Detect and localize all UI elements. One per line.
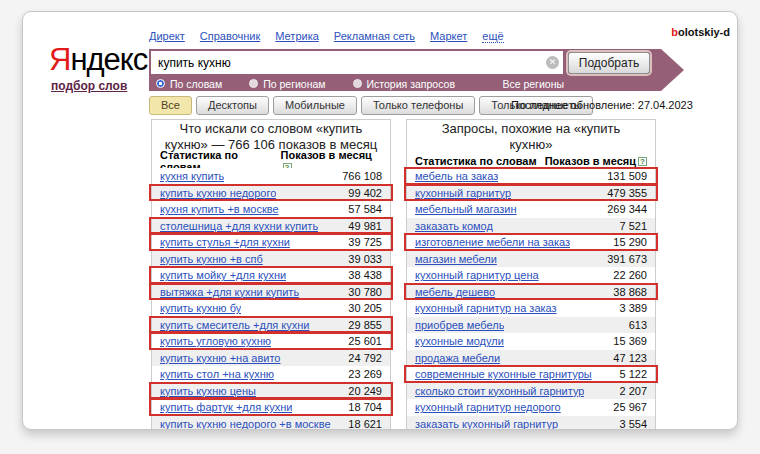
device-tab[interactable]: Все <box>149 96 192 115</box>
keyword-link[interactable]: кухонный гарнитур на заказ <box>415 302 557 314</box>
table-row: купить стол +на кухню23 269 <box>152 366 390 383</box>
main-card: Яндекс подбор слов ДиректСправочникМетри… <box>22 11 738 430</box>
table-row: столешница +для кухни купить49 981 <box>152 218 390 235</box>
impressions-value: 38 438 <box>348 269 382 281</box>
table-row: купить фартук +для кухни18 704 <box>152 399 390 416</box>
top-nav: ДиректСправочникМетрикаРекламная сетьМар… <box>149 30 504 43</box>
search-mode[interactable]: По регионам <box>249 78 325 90</box>
keyword-link[interactable]: мебельный магазин <box>415 203 517 215</box>
keyword-link[interactable]: современные кухонные гарнитуры <box>415 368 592 380</box>
keyword-link[interactable]: кухня купить <box>160 170 224 182</box>
impressions-value: 18 621 <box>348 418 382 430</box>
keyword-link[interactable]: купить кухню цены <box>160 385 256 397</box>
table-row: вытяжка +для кухни купить30 780 <box>152 284 390 301</box>
table-row: купить мойку +для кухни38 438 <box>152 267 390 284</box>
clear-icon[interactable]: ✕ <box>546 56 559 69</box>
impressions-value: 20 249 <box>348 385 382 397</box>
wordstat-link[interactable]: подбор слов <box>51 79 127 93</box>
keyword-link[interactable]: сколько стоит кухонный гарнитур <box>415 385 584 397</box>
keyword-link[interactable]: купить кухню недорого +в москве <box>160 418 331 430</box>
logo-rest: ндекс <box>70 42 147 77</box>
logo-letter: Я <box>49 42 70 77</box>
keyword-link[interactable]: купить мойку +для кухни <box>160 269 286 281</box>
help-icon[interactable]: ? <box>638 157 647 166</box>
keyword-link[interactable]: вытяжка +для кухни купить <box>160 286 299 298</box>
keyword-link[interactable]: кухонный гарнитур <box>415 187 511 199</box>
user-badge[interactable]: bolotskiy-d <box>671 26 730 38</box>
table-row: кухонные модули15 369 <box>407 333 655 350</box>
keyword-link[interactable]: приобрев мебель <box>415 319 504 331</box>
impressions-value: 30 780 <box>348 286 382 298</box>
keyword-link[interactable]: купить стол +на кухню <box>160 368 274 380</box>
nav-link[interactable]: Рекламная сеть <box>334 30 415 43</box>
regions-selector[interactable]: Все регионы <box>502 78 564 90</box>
nav-link[interactable]: Директ <box>149 30 185 43</box>
mode-label: По словам <box>170 78 222 90</box>
keyword-link[interactable]: мебель дешево <box>415 286 495 298</box>
keyword-link[interactable]: кухонные модули <box>415 335 504 347</box>
table-row: купить кухню цены20 249 <box>152 383 390 400</box>
impressions-value: 3 389 <box>619 302 647 314</box>
impressions-value: 2 207 <box>619 385 647 397</box>
table-row: кухонный гарнитур цена22 260 <box>407 267 655 284</box>
rows-container: мебель на заказ131 509кухонный гарнитур4… <box>407 168 655 430</box>
keyword-link[interactable]: купить кухню бу <box>160 302 241 314</box>
submit-button[interactable]: Подобрать <box>568 52 650 74</box>
search-mode[interactable]: История запросов <box>353 78 455 90</box>
impressions-value: 57 584 <box>348 203 382 215</box>
nav-link[interactable]: Метрика <box>275 30 319 43</box>
mode-label: По регионам <box>263 78 325 90</box>
keyword-link[interactable]: столешница +для кухни купить <box>160 220 318 232</box>
keyword-link[interactable]: купить стулья +для кухни <box>160 236 290 248</box>
impressions-value: 15 369 <box>613 335 647 347</box>
table-row: кухонный гарнитур недорого25 967 <box>407 399 655 416</box>
impressions-value: 766 108 <box>342 170 382 182</box>
impressions-value: 613 <box>629 319 647 331</box>
radio-icon[interactable] <box>353 79 362 88</box>
impressions-value: 5 122 <box>619 368 647 380</box>
radio-icon[interactable] <box>249 79 258 88</box>
header-word: Статистика по словам <box>415 155 537 167</box>
table-row: купить кухню бу30 205 <box>152 300 390 317</box>
keyword-link[interactable]: мебель на заказ <box>415 170 498 182</box>
table-row: кухонный гарнитур479 355 <box>407 185 655 202</box>
rows-container: кухня купить766 108купить кухню недорого… <box>152 168 390 430</box>
device-tab[interactable]: Мобильные <box>273 96 357 115</box>
table-row: заказать комод7 521 <box>407 218 655 235</box>
impressions-value: 38 868 <box>613 286 647 298</box>
search-mode[interactable]: По словам <box>156 78 222 90</box>
impressions-value: 479 355 <box>607 187 647 199</box>
keyword-link[interactable]: заказать кухонный гарнитур <box>415 418 558 430</box>
column-1: Запросы, похожие на «купить кухню» Стати… <box>406 119 656 430</box>
impressions-value: 49 981 <box>348 220 382 232</box>
device-tab[interactable]: Десктопы <box>196 96 269 115</box>
keyword-link[interactable]: кухонный гарнитур недорого <box>415 401 561 413</box>
keyword-link[interactable]: продажа мебели <box>415 352 500 364</box>
keyword-link[interactable]: купить угловую кухню <box>160 335 271 347</box>
impressions-value: 30 205 <box>348 302 382 314</box>
nav-link[interactable]: Справочник <box>200 30 261 43</box>
keyword-link[interactable]: купить кухню +в спб <box>160 253 263 265</box>
table-row: сколько стоит кухонный гарнитур2 207 <box>407 383 655 400</box>
impressions-value: 23 269 <box>348 368 382 380</box>
device-tab[interactable]: Только телефоны <box>361 96 475 115</box>
yandex-logo[interactable]: Яндекс <box>49 42 147 78</box>
impressions-value: 18 704 <box>348 401 382 413</box>
keyword-link[interactable]: изготовление мебели на заказ <box>415 236 570 248</box>
keyword-link[interactable]: кухня купить +в москве <box>160 203 279 215</box>
nav-link[interactable]: Маркет <box>430 30 467 43</box>
nav-link[interactable]: ещё <box>482 30 503 43</box>
impressions-value: 391 673 <box>607 253 647 265</box>
keyword-link[interactable]: заказать комод <box>415 220 493 232</box>
radio-icon[interactable] <box>156 79 165 88</box>
keyword-link[interactable]: купить смеситель +для кухни <box>160 319 310 331</box>
search-mode-row: По словамПо регионамИстория запросов <box>149 76 661 91</box>
impressions-value: 24 792 <box>348 352 382 364</box>
column-title: Запросы, похожие на «купить кухню» <box>407 120 655 154</box>
keyword-link[interactable]: кухонный гарнитур цена <box>415 269 539 281</box>
keyword-link[interactable]: купить кухню +на авито <box>160 352 281 364</box>
search-input[interactable] <box>151 51 563 74</box>
keyword-link[interactable]: купить фартук +для кухни <box>160 401 292 413</box>
keyword-link[interactable]: магазин мебели <box>415 253 497 265</box>
keyword-link[interactable]: купить кухню недорого <box>160 187 276 199</box>
